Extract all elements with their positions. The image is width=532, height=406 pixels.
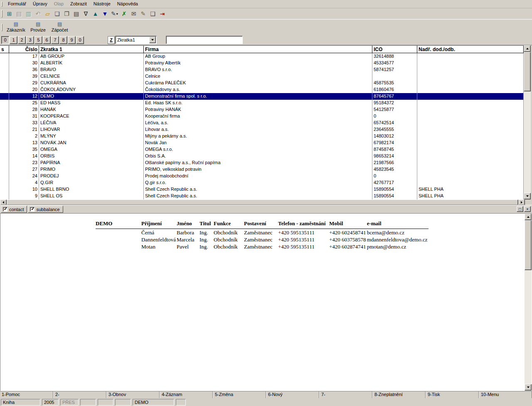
grid-row-celnice[interactable]: 39CELNICECelnice	[0, 73, 524, 80]
zakaznik-button[interactable]: ▤Zákazník	[5, 20, 27, 34]
grid-row-demo[interactable]: 12DEMODemonstrační firma spol. s r.o.876…	[0, 93, 524, 100]
scroll-track[interactable]	[524, 52, 531, 193]
digit-filter-button-1[interactable]: 1	[10, 36, 17, 44]
digit-filter-button-7[interactable]: 8	[59, 36, 67, 44]
grid-row-q-gir[interactable]: 4Q.GIRQ.gir s.r.o.42767717	[0, 180, 524, 186]
grid-row-hanak[interactable]: 28HANÁKPotraviny HANÁK54125877	[0, 106, 524, 113]
sort-key-button[interactable]: Z	[108, 36, 115, 44]
menu-napoveda[interactable]: Nápověda	[114, 0, 141, 8]
grid-row-lihovar[interactable]: 21LIHOVARLihovar a.s.23645555	[0, 126, 524, 133]
scroll-down-icon[interactable]	[525, 384, 532, 391]
menu-nastroje[interactable]: Nástroje	[90, 0, 114, 8]
grid-row-ed-hass[interactable]: 25ED HASSEd. Haas SK s.r.o.95184372	[0, 100, 524, 106]
checkbox-icon[interactable]	[3, 207, 7, 212]
copy-icon[interactable]: ❐	[62, 9, 71, 18]
sort-combobox[interactable]: Zkratka1	[115, 36, 157, 44]
column-header-ico[interactable]: ICO	[372, 46, 417, 53]
grid-row-mlyny[interactable]: 2MLÝNYMlýny a pekárny a.s.14803012	[0, 133, 524, 140]
grid-horizontal-scrollbar[interactable]	[0, 199, 532, 205]
checkbox-icon[interactable]	[30, 207, 34, 212]
grid-row-cokoladovny[interactable]: 20ČOKOLÁDOVNYČokoládovny a.s.61860476	[0, 86, 524, 93]
grid-row-leciva[interactable]: 33LÉČIVALéčiva, a.s.65742514	[0, 120, 524, 126]
grid-row-albertik[interactable]: 30ALBERTÍKPotraviny Albertík45334577	[0, 60, 524, 66]
function-key-3[interactable]: 3-Obnov	[106, 391, 160, 398]
toolbar-grip[interactable]	[1, 2, 2, 7]
new-record-icon[interactable]: ⊞	[5, 9, 14, 18]
digit-filter-button-4[interactable]: 5	[34, 36, 42, 44]
zapocet-button[interactable]: ▤Zápočet	[49, 20, 71, 34]
grid-row-primo[interactable]: 27PRIMOPRIMO, velkosklad potravin4582354…	[0, 166, 524, 173]
sort-up-icon[interactable]: ▲	[91, 9, 100, 18]
column-header-firma[interactable]: Firma	[144, 46, 372, 53]
menu-formular[interactable]: Formulář	[5, 0, 30, 8]
export-excel-icon[interactable]: ✗	[119, 9, 129, 18]
new-document-icon[interactable]: ❏	[52, 9, 62, 18]
pages-icon[interactable]: ▤	[71, 9, 81, 18]
function-key-5[interactable]: 5-Změna	[213, 391, 266, 398]
toolbar-grip[interactable]	[1, 24, 2, 31]
column-header-cislo[interactable]: Číslo	[9, 46, 39, 53]
grid-row-shell-os[interactable]: 9SHELL OSShell Czech Republic a.s.158905…	[0, 193, 524, 199]
digit-filter-button-0[interactable]: 0	[1, 36, 9, 44]
scroll-up-icon[interactable]	[524, 45, 531, 52]
menu-upravy[interactable]: Úpravy	[30, 0, 51, 8]
function-key-8[interactable]: 8-Zneplatnění	[372, 391, 426, 398]
detail-restore-button[interactable]: □	[517, 206, 523, 212]
function-key-9[interactable]: 9-Tisk	[426, 391, 479, 398]
column-header-s[interactable]: s	[0, 46, 9, 53]
grid-row-novak-jan[interactable]: 13NOVÁK JANNovák Jan67982174	[0, 140, 524, 146]
grid-row-shell-brno[interactable]: 10SHELL BRNOShell Czech Republic a.s.158…	[0, 186, 524, 193]
contact-row[interactable]: DannenfeldtováMarcelaIng.ObchodníkZaměst…	[96, 236, 429, 243]
mail-icon[interactable]: ✉	[129, 9, 138, 18]
digit-filter-button-2[interactable]: 2	[18, 36, 26, 44]
function-key-4[interactable]: 4-Záznam	[160, 391, 213, 398]
menu-zobrazit[interactable]: Zobrazit	[67, 0, 90, 8]
detail-close-button[interactable]: ×	[524, 206, 531, 212]
provize-button[interactable]: ▤Provize	[27, 20, 49, 34]
function-key-2[interactable]: 2-	[53, 391, 106, 398]
scroll-right-icon[interactable]	[518, 199, 525, 205]
toolbar-grip[interactable]	[1, 10, 2, 17]
grid-row-kooperace[interactable]: 31KOOPERACEKooperační firma0	[0, 113, 524, 120]
function-key-6[interactable]: 6-Nový	[266, 391, 319, 398]
grid-row-cukrarna[interactable]: 29CUKRÁRNACukrárna PALEČEK45875535	[0, 80, 524, 86]
combo-dropdown-icon[interactable]	[149, 37, 156, 43]
search-input[interactable]	[166, 36, 243, 44]
exit-icon[interactable]: ⇥	[158, 9, 167, 18]
open-folder-icon[interactable]: ▱	[43, 9, 52, 18]
digit-filter-button-6[interactable]: 7	[51, 36, 59, 44]
scroll-thumb[interactable]	[525, 220, 532, 270]
scroll-track[interactable]	[525, 220, 532, 384]
digit-filter-button-5[interactable]: 6	[43, 36, 51, 44]
grid-row-ab-group[interactable]: 17AB GROUPAB Group32614888	[0, 53, 524, 60]
scroll-thumb[interactable]	[7, 199, 518, 205]
grid-row-orbis[interactable]: 14ORBISOrbis S.A.98653214	[0, 153, 524, 160]
grid-row-papirna[interactable]: 23PAPÍRNAOlšanské papírny a.s., Ruční pa…	[0, 160, 524, 166]
detail-vertical-scrollbar[interactable]	[525, 214, 532, 391]
grid-row-omega[interactable]: 35OMEGAOMEGA s.r.o.87458745	[0, 146, 524, 153]
scroll-up-icon[interactable]	[525, 214, 532, 220]
digit-filter-button-9[interactable]: 0	[76, 36, 84, 44]
sort-down-icon[interactable]: ▼	[100, 9, 110, 18]
scroll-down-icon[interactable]	[524, 193, 531, 199]
grid-row-bravo[interactable]: 36BRAVOBRAVO s.r.o.58741257	[0, 66, 524, 73]
column-header-nadr-dod-odb[interactable]: Nadř. dod./odb.	[417, 46, 524, 53]
scroll-thumb[interactable]	[524, 52, 531, 91]
function-key-1[interactable]: 1-Pomoc	[0, 391, 53, 398]
attach-icon[interactable]: ❑	[148, 9, 158, 18]
digit-filter-button-8[interactable]: 9	[68, 36, 76, 44]
scroll-left-icon[interactable]	[0, 199, 7, 205]
tab-subbalance[interactable]: subbalance	[28, 206, 63, 213]
edit-page-icon[interactable]: ✎	[138, 9, 148, 18]
contact-row[interactable]: ČernáBarboraIng.ObchodníkZaměstnanec+420…	[96, 229, 429, 236]
edit-dropdown-icon[interactable]: ✎▾	[110, 9, 119, 18]
contact-row[interactable]: MotanPavelIng.ObchodníkZaměstnanec+420 5…	[96, 243, 429, 250]
grid-row-prodej[interactable]: 24PRODEJProdej maloobchodní0	[0, 173, 524, 180]
digit-filter-button-3[interactable]: 3	[26, 36, 34, 44]
function-key-10[interactable]: 10-Menu	[479, 391, 532, 398]
column-header-zkratka-1[interactable]: Zkratka 1	[39, 46, 144, 53]
grid-vertical-scrollbar[interactable]	[524, 45, 531, 199]
tab-contact[interactable]: contact	[1, 206, 27, 213]
function-key-7[interactable]: 7-	[319, 391, 372, 398]
filter-icon[interactable]: ∇	[81, 9, 91, 18]
